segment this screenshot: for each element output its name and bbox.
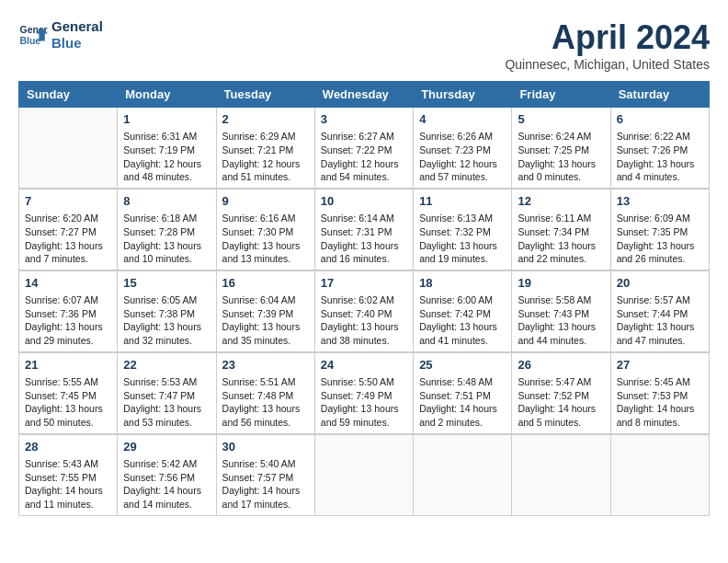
column-header-tuesday: Tuesday xyxy=(216,82,314,108)
calendar-cell: 2Sunrise: 6:29 AM Sunset: 7:21 PM Daylig… xyxy=(216,108,314,189)
logo-text-blue: Blue xyxy=(51,35,103,52)
day-info: Sunrise: 6:27 AM Sunset: 7:22 PM Dayligh… xyxy=(321,130,407,184)
logo: General Blue General Blue xyxy=(18,18,103,52)
day-number: 5 xyxy=(518,111,604,128)
column-header-sunday: Sunday xyxy=(19,82,118,108)
calendar-cell: 14Sunrise: 6:07 AM Sunset: 7:36 PM Dayli… xyxy=(19,270,118,352)
calendar-header-row: SundayMondayTuesdayWednesdayThursdayFrid… xyxy=(19,82,710,108)
calendar-cell: 30Sunrise: 5:40 AM Sunset: 7:57 PM Dayli… xyxy=(216,434,314,515)
calendar-week-row: 7Sunrise: 6:20 AM Sunset: 7:27 PM Daylig… xyxy=(19,189,710,270)
day-info: Sunrise: 6:09 AM Sunset: 7:35 PM Dayligh… xyxy=(617,212,703,266)
day-info: Sunrise: 5:40 AM Sunset: 7:57 PM Dayligh… xyxy=(222,457,309,511)
day-info: Sunrise: 6:02 AM Sunset: 7:40 PM Dayligh… xyxy=(321,293,407,348)
title-area: April 2024 Quinnesec, Michigan, United S… xyxy=(505,18,710,72)
day-number: 30 xyxy=(222,439,309,455)
calendar-cell: 21Sunrise: 5:55 AM Sunset: 7:45 PM Dayli… xyxy=(19,352,118,434)
calendar-cell: 6Sunrise: 6:22 AM Sunset: 7:26 PM Daylig… xyxy=(610,108,709,189)
calendar-cell xyxy=(314,434,413,515)
day-info: Sunrise: 6:24 AM Sunset: 7:25 PM Dayligh… xyxy=(518,130,604,184)
calendar-week-row: 14Sunrise: 6:07 AM Sunset: 7:36 PM Dayli… xyxy=(19,270,710,352)
calendar-cell xyxy=(610,434,709,515)
calendar-cell: 17Sunrise: 6:02 AM Sunset: 7:40 PM Dayli… xyxy=(314,270,413,352)
calendar-cell: 5Sunrise: 6:24 AM Sunset: 7:25 PM Daylig… xyxy=(512,108,610,189)
day-info: Sunrise: 6:07 AM Sunset: 7:36 PM Dayligh… xyxy=(25,293,111,348)
day-number: 24 xyxy=(321,357,407,373)
day-number: 2 xyxy=(222,111,309,128)
calendar-cell: 7Sunrise: 6:20 AM Sunset: 7:27 PM Daylig… xyxy=(19,189,118,270)
calendar-cell: 16Sunrise: 6:04 AM Sunset: 7:39 PM Dayli… xyxy=(216,270,314,352)
calendar-cell xyxy=(19,108,118,189)
day-number: 26 xyxy=(518,357,604,373)
calendar-cell: 24Sunrise: 5:50 AM Sunset: 7:49 PM Dayli… xyxy=(314,352,413,434)
day-number: 15 xyxy=(123,275,210,292)
calendar-cell: 13Sunrise: 6:09 AM Sunset: 7:35 PM Dayli… xyxy=(610,189,709,270)
page-header: General Blue General Blue April 2024 Qui… xyxy=(18,18,710,72)
day-info: Sunrise: 6:16 AM Sunset: 7:30 PM Dayligh… xyxy=(222,212,309,266)
day-info: Sunrise: 6:05 AM Sunset: 7:38 PM Dayligh… xyxy=(123,293,210,348)
month-title: April 2024 xyxy=(505,18,710,57)
day-info: Sunrise: 6:14 AM Sunset: 7:31 PM Dayligh… xyxy=(321,212,407,266)
day-number: 18 xyxy=(419,275,506,292)
calendar-cell: 12Sunrise: 6:11 AM Sunset: 7:34 PM Dayli… xyxy=(512,189,610,270)
calendar-cell: 10Sunrise: 6:14 AM Sunset: 7:31 PM Dayli… xyxy=(314,189,413,270)
day-number: 6 xyxy=(617,111,703,128)
day-number: 29 xyxy=(123,439,210,455)
calendar-cell: 18Sunrise: 6:00 AM Sunset: 7:42 PM Dayli… xyxy=(414,270,512,352)
day-number: 21 xyxy=(25,357,111,373)
day-info: Sunrise: 6:20 AM Sunset: 7:27 PM Dayligh… xyxy=(25,212,111,266)
day-info: Sunrise: 6:18 AM Sunset: 7:28 PM Dayligh… xyxy=(123,212,210,266)
day-info: Sunrise: 6:31 AM Sunset: 7:19 PM Dayligh… xyxy=(123,130,210,184)
calendar-cell: 4Sunrise: 6:26 AM Sunset: 7:23 PM Daylig… xyxy=(414,108,512,189)
day-number: 4 xyxy=(419,111,506,128)
day-info: Sunrise: 6:11 AM Sunset: 7:34 PM Dayligh… xyxy=(518,212,604,266)
calendar-cell: 25Sunrise: 5:48 AM Sunset: 7:51 PM Dayli… xyxy=(414,352,512,434)
day-info: Sunrise: 5:55 AM Sunset: 7:45 PM Dayligh… xyxy=(25,375,111,430)
calendar-cell: 8Sunrise: 6:18 AM Sunset: 7:28 PM Daylig… xyxy=(118,189,216,270)
calendar-week-row: 28Sunrise: 5:43 AM Sunset: 7:55 PM Dayli… xyxy=(19,434,710,515)
calendar-cell: 27Sunrise: 5:45 AM Sunset: 7:53 PM Dayli… xyxy=(610,352,709,434)
calendar-cell: 3Sunrise: 6:27 AM Sunset: 7:22 PM Daylig… xyxy=(314,108,413,189)
day-number: 22 xyxy=(123,357,210,373)
day-info: Sunrise: 5:45 AM Sunset: 7:53 PM Dayligh… xyxy=(617,375,703,430)
day-number: 17 xyxy=(321,275,407,292)
calendar-cell xyxy=(512,434,610,515)
calendar-week-row: 1Sunrise: 6:31 AM Sunset: 7:19 PM Daylig… xyxy=(19,108,710,189)
day-info: Sunrise: 6:26 AM Sunset: 7:23 PM Dayligh… xyxy=(419,130,506,184)
calendar-cell: 28Sunrise: 5:43 AM Sunset: 7:55 PM Dayli… xyxy=(19,434,118,515)
day-info: Sunrise: 5:47 AM Sunset: 7:52 PM Dayligh… xyxy=(518,375,604,430)
day-number: 12 xyxy=(518,193,604,210)
location-label: Quinnesec, Michigan, United States xyxy=(505,57,710,72)
svg-text:Blue: Blue xyxy=(20,36,41,46)
day-info: Sunrise: 5:51 AM Sunset: 7:48 PM Dayligh… xyxy=(222,375,309,430)
day-info: Sunrise: 6:22 AM Sunset: 7:26 PM Dayligh… xyxy=(617,130,703,184)
calendar-cell: 9Sunrise: 6:16 AM Sunset: 7:30 PM Daylig… xyxy=(216,189,314,270)
logo-icon: General Blue xyxy=(18,20,48,50)
day-info: Sunrise: 6:00 AM Sunset: 7:42 PM Dayligh… xyxy=(419,293,506,348)
day-number: 8 xyxy=(123,193,210,210)
day-number: 19 xyxy=(518,275,604,292)
calendar-cell: 11Sunrise: 6:13 AM Sunset: 7:32 PM Dayli… xyxy=(414,189,512,270)
day-number: 27 xyxy=(617,357,703,373)
day-info: Sunrise: 5:48 AM Sunset: 7:51 PM Dayligh… xyxy=(419,375,506,430)
day-number: 7 xyxy=(25,193,111,210)
day-number: 3 xyxy=(321,111,407,128)
logo-text-general: General xyxy=(51,18,103,35)
calendar-cell xyxy=(414,434,512,515)
column-header-thursday: Thursday xyxy=(414,82,512,108)
day-info: Sunrise: 5:42 AM Sunset: 7:56 PM Dayligh… xyxy=(123,457,210,511)
day-info: Sunrise: 5:50 AM Sunset: 7:49 PM Dayligh… xyxy=(321,375,407,430)
column-header-saturday: Saturday xyxy=(610,82,709,108)
day-number: 16 xyxy=(222,275,309,292)
day-number: 23 xyxy=(222,357,309,373)
day-number: 13 xyxy=(617,193,703,210)
calendar-cell: 23Sunrise: 5:51 AM Sunset: 7:48 PM Dayli… xyxy=(216,352,314,434)
day-number: 1 xyxy=(123,111,210,128)
day-info: Sunrise: 6:04 AM Sunset: 7:39 PM Dayligh… xyxy=(222,293,309,348)
calendar-cell: 1Sunrise: 6:31 AM Sunset: 7:19 PM Daylig… xyxy=(118,108,216,189)
day-number: 25 xyxy=(419,357,506,373)
calendar-cell: 22Sunrise: 5:53 AM Sunset: 7:47 PM Dayli… xyxy=(118,352,216,434)
calendar-cell: 26Sunrise: 5:47 AM Sunset: 7:52 PM Dayli… xyxy=(512,352,610,434)
day-number: 9 xyxy=(222,193,309,210)
day-number: 10 xyxy=(321,193,407,210)
column-header-friday: Friday xyxy=(512,82,610,108)
